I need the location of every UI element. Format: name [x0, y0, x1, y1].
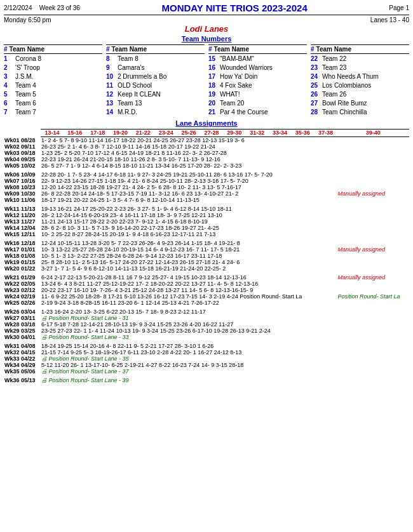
team-entry: 1Corona 8 — [4, 55, 102, 63]
week-label: Wk07 10/16 — [4, 178, 41, 184]
week-data: 13-24 6- 4 3 8-21 11-27 25-12-19-22 17- … — [41, 281, 337, 287]
lane-assignments-title: Lane Assignments — [4, 119, 409, 127]
lane-range-header: 19-20 — [109, 130, 132, 137]
team-col-4-entries: 22Team 2223Team 2324Who Needs A Thum25Lo… — [311, 55, 409, 117]
week-data: 22-28 20- 1 7- 5 23- 4 14-17 6-18 11- 9 … — [41, 171, 337, 178]
team-entry: 16Wounded Warriors — [208, 63, 307, 72]
lane-range-header: 29-30 — [223, 130, 246, 137]
week-data: 11- 6 9-22 25-20 18-28- 8 17-21 5-10 13-… — [41, 293, 337, 300]
week-data: 26- 2 12-24-14-15 6-20-19 23- 4 16-11 17… — [41, 212, 337, 218]
team-entry: 13Team 13 — [106, 99, 205, 108]
week-row: Wk06 10/0922-28 20- 1 7- 5 23- 4 14-17 6… — [4, 171, 409, 178]
col-header-4: #Team Name — [311, 44, 409, 54]
week-label: Wk16 12/18 — [4, 240, 41, 246]
week-label: Wk04 09/25 — [4, 156, 41, 163]
team-entry: 26Team 26 — [311, 90, 409, 99]
lane-table-body: Wk01 08/281- 2 4- 5 7- 8 9-10 11-14 16-1… — [4, 137, 409, 384]
week-label: Wk20 01/22 — [4, 265, 41, 272]
team-entry: 28Team Chinchilla — [311, 108, 409, 117]
lane-range-header: 37-38 — [314, 130, 337, 137]
week-data: 18-24 19-25 15-14 20-16 4- 8 22-11 9- 5 … — [41, 343, 337, 349]
week-label: Wk19 01/15 — [4, 259, 41, 265]
header-date-week: 2/12/2024 Week 23 of 36 — [4, 4, 80, 11]
team-col-1: #Team Name 1Corona 82'S' Troop3J.S.M.4Te… — [4, 44, 102, 117]
lane-range-header: 13-14 — [41, 130, 64, 137]
week-row: Wk01 08/281- 2 4- 5 7- 8 9-10 11-14 16-1… — [4, 137, 409, 144]
week-row: Wk04 09/2522-23 19-21 26-24 21-20-15 18-… — [4, 156, 409, 163]
week-data: 🖨 Position Round- Start Lane - 31 — [41, 315, 409, 321]
week-row: Wk21 01/296-24 2-17 22-13 5-20-21-28 8-1… — [4, 274, 409, 281]
team-entry: 21Par 4 the Course — [208, 108, 307, 117]
week-data: 🖨 Position Round- Start Lane - 37 — [41, 368, 409, 375]
lane-range-header: 17-18 — [86, 130, 109, 137]
week-row: Wk33 04/22🖨 Position Round- Start Lane -… — [4, 356, 409, 362]
team-col-2: #Team Name 8Team 89Camara's102 Drummels … — [106, 44, 205, 117]
week-label: Wk10 11/06 — [4, 197, 41, 203]
team-entry: 2'S' Troop — [4, 63, 102, 72]
team-col-3-entries: 15"BAM-BAM"16Wounded Warriors17How Ya' D… — [208, 55, 307, 117]
header-top: 2/12/2024 Week 23 of 36 MONDAY NITE TRIO… — [4, 3, 409, 15]
lane-range-header: 31-32 — [246, 130, 269, 137]
team-entry: 184 Fox Sake — [208, 81, 307, 90]
header-location: Lodi Lanes — [4, 24, 409, 34]
week-row: Wk08 10/2312-20 14-22 23-15 18-26 19-27 … — [4, 184, 409, 190]
team-entry: 4Team 4 — [4, 81, 102, 90]
header-day-time: Monday 6:50 pm — [4, 17, 51, 23]
week-label: Wk35 05/06 — [4, 368, 41, 375]
team-entry: 12Keep It CLEAN — [106, 90, 205, 99]
week-label: Wk25 02/26 — [4, 300, 41, 306]
lane-range-header: 35-36 — [291, 130, 314, 137]
manual-note: Manually assigned — [337, 190, 409, 197]
week-data: 1- 2 4- 5 7- 8 9-10 11-14 16-17 18-22 20… — [41, 137, 337, 144]
lane-range-header: 39-40 — [337, 130, 409, 137]
week-row: Wk11 11/1319-13 16-21 24-17 25-20-22 2-2… — [4, 206, 409, 212]
week-label: Wk12 11/20 — [4, 212, 41, 218]
week-row: Wk17 01/0110- 3 13-22 25-27 26-28 24-10 … — [4, 246, 409, 253]
lane-range-header: 21-22 — [132, 130, 154, 137]
team-entry: 24Who Needs A Thum — [311, 72, 409, 81]
week-row: Wk14 12/0428- 6 2- 8 10- 3 11- 5 7-13- 9… — [4, 225, 409, 231]
week-row: Wk03 09/181-23 25- 2 5-20 7-10 17-12 4 6… — [4, 150, 409, 156]
week-label: Wk23 02/12 — [4, 287, 41, 293]
week-row: Wk26 03/041-23 16-24 2-20 13- 3-25 6-22 … — [4, 309, 409, 315]
week-data: 12-20 14-22 23-15 18-26 19-27 21- 4 24- … — [41, 184, 337, 190]
week-label: Wk27 03/11 — [4, 315, 41, 321]
week-data: 28- 6 2- 8 10- 3 11- 5 7-13- 9 16-14-20 … — [41, 225, 337, 231]
week-row: Wk22 02/0513-24 6- 4 3 8-21 11-27 25-12-… — [4, 281, 409, 287]
week-data: 26-23 25- 2 1- 4 6- 3 8- 7 12-10 9-11 14… — [41, 143, 337, 150]
team-entry: 11OLD School — [106, 81, 205, 90]
week-data: 🖨 Position Round- Start Lane - 35 — [41, 356, 409, 362]
header-sub: Monday 6:50 pm Lanes 13 - 40 — [4, 17, 409, 23]
week-label: Wk21 01/29 — [4, 274, 41, 281]
week-label: Wk22 02/05 — [4, 281, 41, 287]
team-entry: 20Team 20 — [208, 99, 307, 108]
team-entry: 15"BAM-BAM" — [208, 55, 307, 63]
week-label: Wk36 05/13 — [4, 377, 41, 383]
week-row: Wk10 11/0618-17 19-21 20-22 24-25 1- 3 5… — [4, 197, 409, 203]
week-data: 1-23 16-24 2-20 13- 3-25 6-22 20-13 15- … — [41, 309, 337, 315]
week-data: 1-23 25- 2 5-20 7-10 17-12 4 6-15 24-19 … — [41, 150, 337, 156]
week-row: Wk20 01/223-27 1- 7 1- 5 4- 9 6 8-12-10 … — [4, 265, 409, 272]
team-numbers-title: Team Numbers — [4, 35, 409, 43]
lane-range-header: 23-24 — [154, 130, 177, 137]
week-label: Wk14 12/04 — [4, 225, 41, 231]
team-entry: 7Team 7 — [4, 108, 102, 117]
manual-note: Manually assigned — [337, 246, 409, 253]
week-data: 10- 2 25-22 8-27 28-24-15 20-19 1- 9 4-1… — [41, 231, 337, 237]
week-data: 5-12 11-20 26- 1 13-17-10- 6-25 2-19-21 … — [41, 362, 337, 368]
week-row: Wk23 02/1220-22 23-17 16-10 19- 7-26- 4 … — [4, 287, 409, 293]
week-label: Wk03 09/18 — [4, 150, 41, 156]
week-data: 10- 3 13-22 25-27 26-28 24-10 20-19-15 1… — [41, 246, 337, 253]
header-page: Page 1 — [389, 4, 409, 11]
week-data: 🖨 Position Round- Start Lane - 33 — [41, 334, 409, 340]
lane-range-header: 15-16 — [64, 130, 86, 137]
week-label: Wk24 02/19 — [4, 293, 41, 300]
week-label: Wk34 04/29 — [4, 362, 41, 368]
week-row: Wk27 03/11🖨 Position Round- Start Lane -… — [4, 315, 409, 321]
week-data: 3-27 1- 7 1- 5 4- 9 6 8-12-10 14-11-13 1… — [41, 265, 337, 272]
week-row: Wk31 04/0818-24 19-25 15-14 20-16 4- 8 2… — [4, 343, 409, 349]
lane-range-header: 25-26 — [177, 130, 200, 137]
team-entry: 3J.S.M. — [4, 72, 102, 81]
team-entry: 6Team 6 — [4, 99, 102, 108]
week-label: Wk06 10/09 — [4, 171, 41, 178]
